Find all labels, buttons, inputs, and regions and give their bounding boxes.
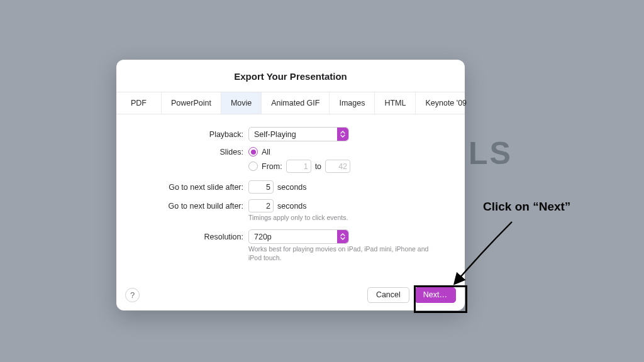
next-slide-label: Go to next slide after:	[130, 183, 248, 192]
background-watermark-text: LS	[469, 135, 513, 172]
annotation-highlight-box	[414, 285, 467, 313]
slides-label: Slides:	[130, 148, 248, 156]
slides-from-label: From:	[262, 162, 282, 171]
slides-to-label: to	[315, 162, 321, 171]
slides-all-label: All	[262, 148, 270, 156]
resolution-select[interactable]: 720p	[248, 229, 349, 244]
next-slide-input[interactable]: 5	[248, 180, 274, 194]
cancel-button[interactable]: Cancel	[367, 287, 409, 303]
slides-all-radio[interactable]	[248, 147, 258, 156]
tab-powerpoint[interactable]: PowerPoint	[162, 92, 221, 114]
next-build-label: Go to next build after:	[130, 202, 248, 211]
tab-images[interactable]: Images	[330, 92, 375, 114]
resolution-label: Resolution:	[130, 233, 248, 241]
tab-movie[interactable]: Movie	[221, 92, 262, 114]
select-stepper-icon	[337, 230, 348, 243]
next-slide-unit: seconds	[277, 183, 307, 192]
annotation-text: Click on “Next”	[483, 200, 570, 214]
slides-from-input[interactable]: 1	[286, 160, 311, 173]
tab-html[interactable]: HTML	[375, 92, 416, 114]
next-build-input[interactable]: 2	[248, 199, 274, 212]
dialog-title: Export Your Presentation	[116, 71, 465, 82]
resolution-hint: Works best for playing movies on iPad, i…	[248, 244, 437, 262]
next-build-unit: seconds	[277, 202, 307, 211]
playback-label: Playback:	[130, 130, 248, 139]
export-dialog: Export Your Presentation PDF PowerPoint …	[116, 60, 465, 310]
tab-keynote-09[interactable]: Keynote '09	[416, 92, 476, 114]
help-button[interactable]: ?	[125, 288, 140, 302]
slides-from-radio[interactable]	[248, 162, 258, 171]
select-stepper-icon	[337, 128, 348, 141]
tab-pdf[interactable]: PDF	[116, 92, 162, 114]
playback-select[interactable]: Self-Playing	[248, 127, 349, 141]
tab-animated-gif[interactable]: Animated GIF	[262, 92, 330, 114]
resolution-select-value: 720p	[254, 233, 272, 241]
playback-select-value: Self-Playing	[254, 130, 296, 139]
slides-to-input[interactable]: 42	[325, 160, 350, 173]
export-format-tabs: PDF PowerPoint Movie Animated GIF Images…	[116, 92, 465, 114]
timings-hint: Timings apply only to click events.	[248, 213, 437, 222]
